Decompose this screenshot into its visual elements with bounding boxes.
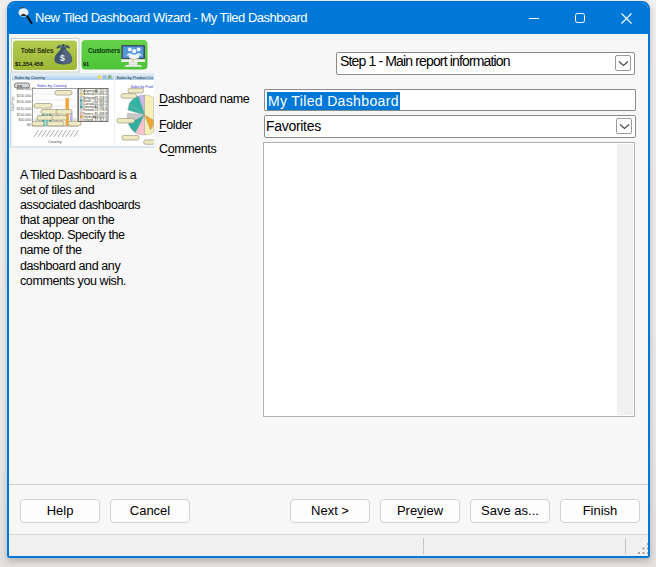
svg-text:57,317.4: 57,317.4 xyxy=(94,118,107,122)
svg-text:Ireland: Ireland xyxy=(83,118,93,122)
svg-text:Sales by Product Ca: Sales by Product Ca xyxy=(116,75,153,80)
svg-text:$: $ xyxy=(60,53,65,63)
svg-text:91: 91 xyxy=(83,61,89,67)
svg-text:Sales by Country: Sales by Country xyxy=(37,83,67,88)
svg-text:Sales by Country: Sales by Country xyxy=(14,75,44,80)
svg-text:Total Sales: Total Sales xyxy=(20,47,53,54)
svg-text:Country: Country xyxy=(48,140,61,144)
svg-text:Total Price: Total Price xyxy=(11,96,15,111)
svg-text:Customers: Customers xyxy=(88,47,121,54)
svg-text:$1,354,458: $1,354,458 xyxy=(15,61,43,67)
